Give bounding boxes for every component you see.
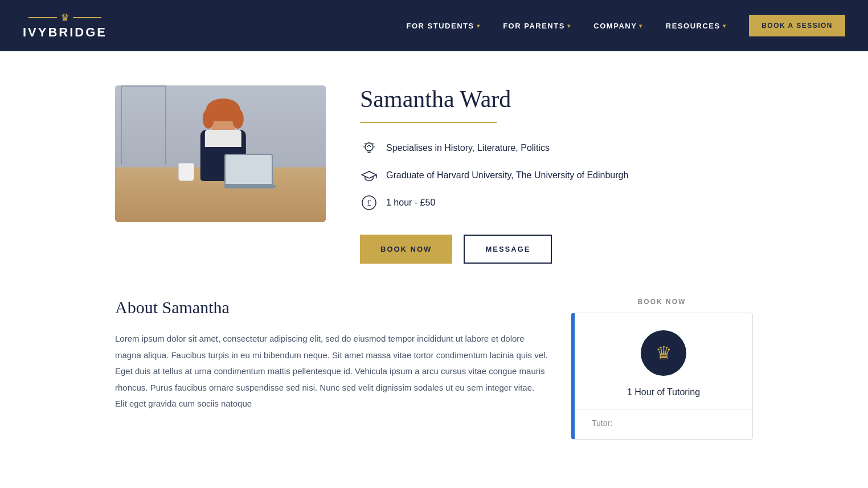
booking-service-title: 1 Hour of Tutoring bbox=[592, 387, 735, 397]
booking-card-inner: ♛ 1 Hour of Tutoring Tutor: bbox=[571, 313, 752, 439]
graduate-row: Graduate of Harvard University, The Univ… bbox=[360, 166, 753, 184]
book-now-button[interactable]: BOOK NOW bbox=[360, 235, 452, 264]
person-mug bbox=[178, 163, 194, 181]
pound-icon: £ bbox=[360, 194, 378, 212]
laptop-screen bbox=[224, 154, 273, 185]
profile-info: Samantha Ward bbox=[360, 85, 753, 264]
about-body: Lorem ipsum dolor sit amet, consectetur … bbox=[115, 331, 548, 412]
nav-for-students-label: FOR STUDENTS bbox=[407, 22, 474, 30]
chevron-down-icon: ▾ bbox=[723, 23, 727, 29]
person-shirt bbox=[205, 130, 241, 147]
person-laptop bbox=[224, 154, 276, 188]
logo-line-right bbox=[73, 17, 101, 18]
book-session-button[interactable]: BOOK A SESSION bbox=[749, 15, 845, 36]
nav-for-parents-label: FOR PARENTS bbox=[503, 22, 565, 30]
nav-company[interactable]: COMPANY ▾ bbox=[593, 22, 642, 30]
about-section: About Samantha Lorem ipsum dolor sit ame… bbox=[115, 298, 548, 412]
logo-text: IVYBRIDGE bbox=[23, 25, 107, 40]
profile-details: Specialises in History, Literature, Poli… bbox=[360, 139, 753, 212]
profile-image bbox=[115, 85, 326, 222]
main-content: Samantha Ward bbox=[92, 51, 776, 462]
nav-for-parents[interactable]: FOR PARENTS ▾ bbox=[503, 22, 571, 30]
chevron-down-icon: ▾ bbox=[567, 23, 571, 29]
profile-name: Samantha Ward bbox=[360, 85, 753, 113]
profile-actions: BOOK NOW MESSAGE bbox=[360, 235, 753, 264]
chevron-down-icon: ▾ bbox=[477, 23, 481, 29]
booking-card-wrapper: BOOK NOW ♛ 1 Hour of Tutoring Tutor: bbox=[571, 298, 753, 440]
rate-row: £ 1 hour - £50 bbox=[360, 194, 753, 212]
logo[interactable]: ♛ IVYBRIDGE bbox=[23, 11, 107, 40]
graduate-text: Graduate of Harvard University, The Univ… bbox=[386, 170, 628, 181]
specialises-text: Specialises in History, Literature, Poli… bbox=[386, 143, 550, 153]
booking-crown-circle: ♛ bbox=[641, 330, 686, 376]
nav-links: FOR STUDENTS ▾ FOR PARENTS ▾ COMPANY ▾ R… bbox=[407, 22, 727, 30]
svg-point-0 bbox=[365, 143, 373, 151]
person-hair-right bbox=[232, 109, 244, 129]
specialises-row: Specialises in History, Literature, Poli… bbox=[360, 139, 753, 157]
blue-bar bbox=[571, 313, 575, 439]
svg-line-3 bbox=[372, 143, 374, 145]
nav-resources[interactable]: RESOURCES ▾ bbox=[666, 22, 726, 30]
rate-text: 1 hour - £50 bbox=[386, 198, 435, 208]
crown-icon: ♛ bbox=[60, 11, 69, 24]
laptop-base bbox=[224, 185, 276, 188]
nav-company-label: COMPANY bbox=[593, 22, 637, 30]
logo-line-left bbox=[28, 17, 57, 18]
main-nav: ♛ IVYBRIDGE FOR STUDENTS ▾ FOR PARENTS ▾… bbox=[0, 0, 868, 51]
profile-section: Samantha Ward bbox=[115, 85, 753, 264]
booking-card: ♛ 1 Hour of Tutoring Tutor: bbox=[571, 313, 753, 440]
booking-crown-icon: ♛ bbox=[656, 342, 672, 364]
lightbulb-icon bbox=[360, 139, 378, 157]
door bbox=[121, 85, 166, 165]
message-button[interactable]: MESSAGE bbox=[464, 235, 552, 264]
person-hair-left bbox=[203, 109, 214, 129]
booking-card-label: BOOK NOW bbox=[571, 298, 753, 306]
nav-resources-label: RESOURCES bbox=[666, 22, 720, 30]
booking-tutor-row: Tutor: bbox=[592, 409, 735, 428]
about-title: About Samantha bbox=[115, 298, 548, 317]
svg-text:£: £ bbox=[367, 199, 371, 207]
mortarboard-icon bbox=[360, 166, 378, 184]
chevron-down-icon: ▾ bbox=[639, 23, 643, 29]
lower-section: About Samantha Lorem ipsum dolor sit ame… bbox=[115, 298, 753, 440]
svg-marker-6 bbox=[362, 171, 376, 178]
profile-divider bbox=[360, 122, 497, 123]
svg-line-2 bbox=[365, 143, 366, 145]
nav-for-students[interactable]: FOR STUDENTS ▾ bbox=[407, 22, 481, 30]
booking-tutor-label: Tutor: bbox=[592, 419, 612, 428]
